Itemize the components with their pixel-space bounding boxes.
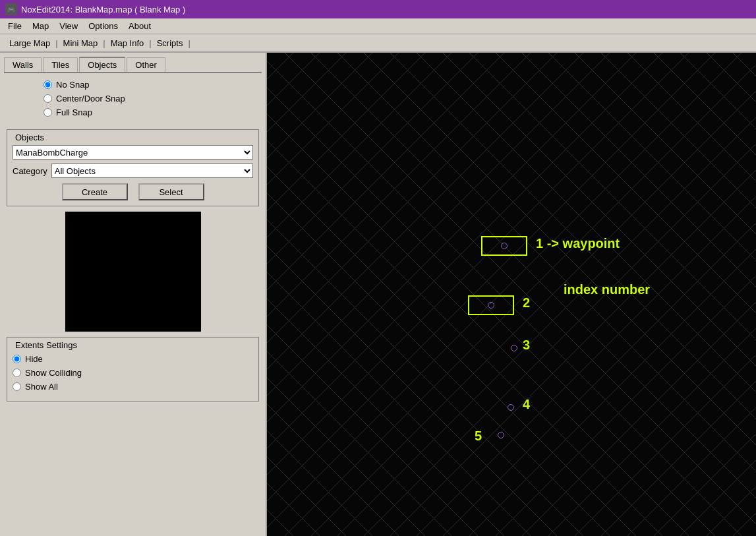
title-bar: 🎮 NoxEdit2014: BlankMap.map ( Blank Map …: [0, 0, 756, 18]
extents-colliding-radio[interactable]: [13, 369, 21, 377]
objects-group-title: Objects: [13, 133, 47, 142]
snap-center-row: Center/Door Snap: [44, 94, 256, 104]
menu-view[interactable]: View: [54, 20, 83, 32]
extents-all-label: Show All: [25, 382, 58, 392]
menu-options[interactable]: Options: [83, 20, 123, 32]
preview-canvas: [65, 212, 201, 332]
create-button[interactable]: Create: [62, 183, 128, 200]
extents-colliding-label: Show Colliding: [25, 368, 82, 378]
waypoint-label-5: 5: [475, 429, 482, 444]
map-view[interactable]: 1 -> waypoint 2 index number 3 4 5: [267, 53, 756, 536]
snap-no-snap-radio[interactable]: [44, 80, 52, 89]
tab-other[interactable]: Other: [127, 57, 165, 72]
menu-bar: File Map View Options About: [0, 18, 756, 34]
menu-about[interactable]: About: [123, 20, 156, 32]
snap-no-snap-label: No Snap: [56, 80, 90, 90]
object-dropdown-row: ManaBombCharge: [13, 145, 253, 160]
extents-hide-radio[interactable]: [13, 355, 21, 363]
category-row: Category All Objects: [13, 164, 253, 178]
waypoint-box-1: [481, 236, 527, 256]
snap-center-label: Center/Door Snap: [56, 94, 125, 104]
waypoint-label-4: 4: [523, 397, 530, 412]
buttons-row: Create Select: [13, 183, 253, 200]
tab-scripts[interactable]: Scripts: [153, 37, 187, 49]
tab-map-info[interactable]: Map Info: [107, 37, 148, 49]
title-text: NoxEdit2014: BlankMap.map ( Blank Map ): [21, 5, 185, 15]
waypoint-circle-4: [508, 404, 514, 411]
tab-mini-map[interactable]: Mini Map: [59, 37, 102, 49]
snap-full-label: Full Snap: [56, 107, 92, 117]
snap-center-radio[interactable]: [44, 94, 52, 103]
category-label: Category: [13, 166, 47, 176]
category-dropdown[interactable]: All Objects: [51, 164, 253, 178]
snap-full-radio[interactable]: [44, 108, 52, 117]
extents-hide-row: Hide: [13, 354, 253, 364]
tab-objects[interactable]: Objects: [79, 57, 125, 72]
menu-file[interactable]: File: [3, 20, 27, 32]
panel-tabs: Walls Tiles Objects Other: [4, 57, 262, 73]
extents-groupbox: Extents Settings Hide Show Colliding Sho…: [7, 337, 259, 402]
waypoint-circle-2: [488, 302, 494, 309]
main-layout: Walls Tiles Objects Other No Snap Center…: [0, 53, 756, 536]
annotation-index: index number: [564, 282, 650, 297]
left-panel: Walls Tiles Objects Other No Snap Center…: [0, 53, 267, 536]
tab-tiles[interactable]: Tiles: [43, 57, 78, 72]
waypoint-label-3: 3: [523, 338, 530, 353]
tab-large-map[interactable]: Large Map: [5, 37, 54, 49]
menu-map[interactable]: Map: [27, 20, 54, 32]
waypoint-circle-1: [501, 243, 508, 249]
waypoint-circle-3: [511, 345, 517, 351]
extents-colliding-row: Show Colliding: [13, 368, 253, 378]
map-canvas: [267, 53, 756, 536]
select-button[interactable]: Select: [138, 183, 204, 200]
waypoint-box-2: [468, 295, 514, 315]
tab-walls[interactable]: Walls: [4, 57, 42, 72]
extents-all-row: Show All: [13, 382, 253, 392]
snap-full-row: Full Snap: [44, 107, 256, 117]
objects-groupbox: Objects ManaBombCharge Category All Obje…: [7, 129, 259, 206]
object-dropdown[interactable]: ManaBombCharge: [13, 145, 253, 160]
extents-all-radio[interactable]: [13, 382, 21, 391]
extents-group-title: Extents Settings: [13, 340, 80, 350]
snap-section: No Snap Center/Door Snap Full Snap: [4, 73, 262, 124]
snap-no-snap-row: No Snap: [44, 80, 256, 90]
waypoint-label-2: 2: [523, 295, 530, 311]
waypoint-label-1: 1 -> waypoint: [536, 236, 620, 251]
extents-hide-label: Hide: [25, 354, 43, 364]
app-icon: 🎮: [5, 3, 17, 15]
waypoint-circle-5: [498, 432, 504, 438]
tab-bar: Large Map | Mini Map | Map Info | Script…: [0, 34, 756, 53]
